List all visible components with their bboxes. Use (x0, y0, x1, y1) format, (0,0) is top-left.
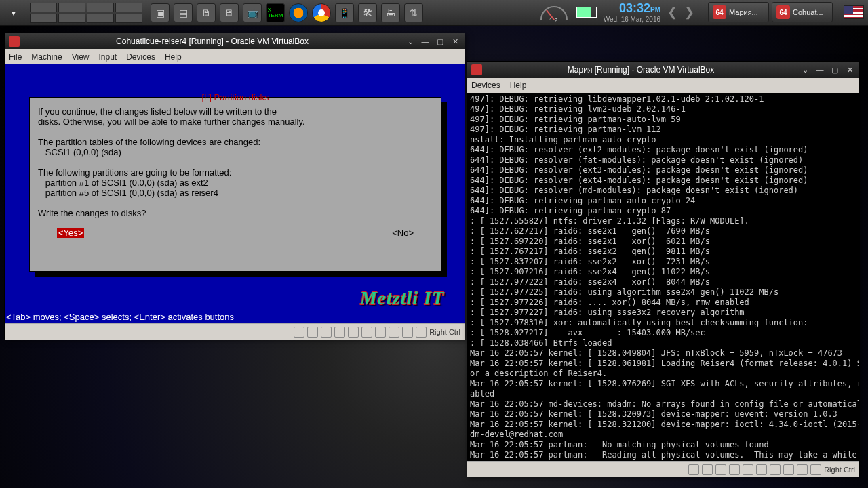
vb-cd-icon[interactable] (307, 327, 318, 338)
menu-machine[interactable]: Machine (31, 52, 62, 62)
taskbar-task-cohuat[interactable]: 64Cohuat... (772, 2, 833, 22)
vb-cpu-icon[interactable] (375, 327, 386, 338)
network-icon[interactable]: ⇅ (404, 3, 423, 22)
start-menu-button[interactable]: ▾ (4, 3, 23, 22)
vm-console[interactable]: 497]: DEBUG: retrieving libdevmapper1.02… (467, 93, 859, 461)
vb-usb-icon[interactable] (715, 464, 726, 475)
cpu-gauge-value: 1.2 (549, 17, 558, 24)
tools-icon[interactable]: 🛠 (358, 3, 377, 22)
clock-time: 03:32 (619, 1, 650, 15)
menubar: Devices Help (467, 78, 859, 93)
chromium-icon[interactable] (312, 3, 331, 22)
window-close-button[interactable]: ✕ (844, 65, 855, 75)
window-minimize-button[interactable]: — (814, 65, 825, 75)
window-title: Cohuatlicue-reiser4 [Running] - Oracle V… (24, 37, 401, 46)
battery-indicator (576, 7, 597, 18)
hostkey-label: Right Ctrl (429, 328, 460, 336)
virtualbox-statusbar: Right Ctrl (5, 323, 465, 340)
dialog-body: If you continue, the changes listed belo… (38, 106, 433, 218)
menu-help[interactable]: Help (510, 81, 527, 90)
launcher-tray: ▣ ▤ 🗎 🖥 📺 XTERM 📱 🛠 🖶 ⇅ (151, 3, 423, 22)
print-icon[interactable]: 🖶 (381, 3, 400, 22)
window-minimize-button[interactable]: — (420, 37, 431, 46)
window-close-button[interactable]: ✕ (450, 37, 460, 46)
vb-shared-icon[interactable] (729, 464, 740, 475)
window-title: Мария [Running] - Oracle VM VirtualBox (486, 65, 795, 75)
task-label: Мария... (729, 8, 758, 16)
watermark: Metztli IT (360, 293, 444, 303)
menu-view[interactable]: View (72, 52, 90, 62)
taskbar-task-maria[interactable]: 64Мария... (708, 2, 769, 22)
clock[interactable]: 03:32PM Wed, 16 Mar, 2016 (604, 2, 660, 23)
window-roll-button[interactable]: ⌄ (405, 37, 416, 46)
vb-hdd-icon[interactable] (688, 464, 699, 475)
titlebar[interactable]: Мария [Running] - Oracle VM VirtualBox ⌄… (467, 62, 859, 78)
menu-input[interactable]: Input (99, 52, 117, 62)
window-maximize-button[interactable]: ▢ (435, 37, 446, 46)
terminal-icon[interactable]: XTERM (266, 3, 285, 22)
window-maria: Мария [Running] - Oracle VM VirtualBox ⌄… (467, 61, 860, 476)
vm-framebuffer[interactable]: ───── [!!] Partition disks ───── If you … (5, 64, 465, 323)
titlebar[interactable]: Cohuatlicue-reiser4 [Running] - Oracle V… (5, 33, 465, 49)
window-icon (471, 64, 482, 75)
menubar: File Machine View Input Devices Help (5, 49, 465, 64)
tray-app-2[interactable]: ▤ (174, 3, 193, 22)
keyboard-layout-us-icon[interactable] (844, 5, 864, 19)
smartphone-icon[interactable]: 📱 (335, 3, 354, 22)
vb-cd-icon[interactable] (702, 464, 713, 475)
workspace-pager[interactable] (30, 3, 142, 23)
vb-mouse-icon[interactable] (783, 464, 794, 475)
monitor-icon[interactable]: 🖥 (220, 3, 239, 22)
clock-next-icon[interactable]: ❯ (684, 5, 694, 20)
vb-hdd-icon[interactable] (294, 327, 304, 338)
keyboard-hint: <Tab> moves; <Space> selects; <Enter> ac… (6, 312, 234, 322)
tray-app-1[interactable]: ▣ (151, 3, 170, 22)
menu-devices[interactable]: Devices (471, 81, 500, 90)
window-maximize-button[interactable]: ▢ (829, 65, 840, 75)
clock-prev-icon[interactable]: ❮ (667, 5, 677, 20)
vb-cpu-icon[interactable] (770, 464, 781, 475)
tv-icon[interactable]: 📺 (243, 3, 262, 22)
partition-dialog: ───── [!!] Partition disks ───── If you … (29, 97, 441, 272)
window-roll-button[interactable]: ⌄ (800, 65, 810, 75)
vb-net-icon[interactable] (797, 464, 808, 475)
no-button[interactable]: <No> (392, 228, 414, 238)
vb-record-icon[interactable] (756, 464, 767, 475)
vb-record-icon[interactable] (361, 327, 372, 338)
task-label: Cohuat... (793, 8, 823, 16)
clock-date: Wed, 16 Mar, 2016 (604, 16, 660, 23)
hostkey-label: Right Ctrl (824, 466, 855, 474)
vb-display-icon[interactable] (348, 327, 359, 338)
files-icon[interactable]: 🗎 (197, 3, 216, 22)
taskbar: ▾ ▣ ▤ 🗎 🖥 📺 XTERM 📱 🛠 🖶 ⇅ 1.2 03:32PM We… (0, 0, 868, 26)
dialog-title: [!!] Partition disks (202, 92, 269, 102)
window-cohuatlicue: Cohuatlicue-reiser4 [Running] - Oracle V… (4, 33, 465, 339)
vb-net-icon[interactable] (402, 327, 413, 338)
window-icon (9, 36, 20, 47)
vb-hostkey-icon[interactable] (416, 327, 427, 338)
menu-devices[interactable]: Devices (126, 52, 155, 62)
clock-ampm: PM (650, 6, 660, 14)
cpu-gauge: 1.2 (538, 2, 570, 22)
vb-mouse-icon[interactable] (389, 327, 399, 338)
vb-shared-icon[interactable] (334, 327, 345, 338)
firefox-icon[interactable] (289, 3, 308, 22)
menu-file[interactable]: File (9, 52, 22, 62)
vb-usb-icon[interactable] (321, 327, 332, 338)
taskbar-window-list: 64Мария... 64Cohuat... (708, 2, 833, 22)
menu-help[interactable]: Help (165, 52, 182, 62)
vb-display-icon[interactable] (743, 464, 753, 475)
vb-hostkey-icon[interactable] (810, 464, 821, 475)
virtualbox-statusbar: Right Ctrl (467, 461, 859, 477)
yes-button[interactable]: <Yes> (57, 228, 84, 238)
